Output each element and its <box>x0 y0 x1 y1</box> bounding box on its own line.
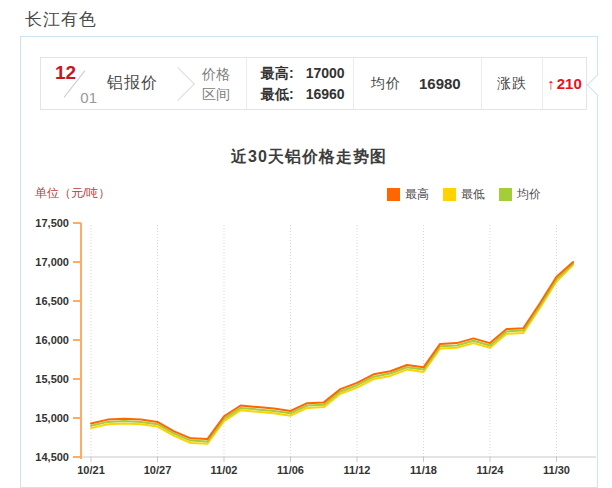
price-range-line1: 价格 <box>202 64 230 84</box>
low-row: 最低: 16960 <box>261 84 345 105</box>
y-axis-label: 17,500 <box>35 217 69 229</box>
series-line-high <box>91 262 573 439</box>
price-chart-svg: 10/2110/2711/0211/0611/1211/1811/2411/30… <box>21 213 598 488</box>
legend-label-low: 最低 <box>461 186 485 203</box>
legend-swatch-low <box>443 188 456 201</box>
x-axis-label: 11/02 <box>211 464 238 476</box>
quote-panel: 12 01 铝报价 价格 区间 最高: 17000 最低: 16960 均价 1… <box>20 36 598 488</box>
x-axis-label: 11/18 <box>410 464 437 476</box>
x-axis-label: 10/27 <box>144 464 172 476</box>
date-badge: 12 01 <box>55 64 97 104</box>
low-label: 最低: <box>261 84 294 105</box>
product-name: 铝报价 <box>107 73 158 94</box>
x-axis-label: 11/30 <box>543 464 570 476</box>
x-axis-label: 11/06 <box>277 464 304 476</box>
avg-value: 16980 <box>419 75 461 92</box>
legend-label-high: 最高 <box>405 186 429 203</box>
legend-swatch-avg <box>499 188 512 201</box>
price-range-line2: 区间 <box>202 84 230 104</box>
change-label: 涨跌 <box>497 75 527 93</box>
date-day: 01 <box>80 89 97 106</box>
high-label: 最高: <box>261 63 294 84</box>
change-value: 210 <box>557 75 582 92</box>
legend-item-avg: 均价 <box>499 186 541 203</box>
y-axis-unit-label: 单位（元/吨） <box>35 185 110 202</box>
y-axis-label: 17,000 <box>35 256 69 268</box>
y-axis-label: 14,500 <box>35 451 69 463</box>
quote-bar[interactable]: 12 01 铝报价 价格 区间 最高: 17000 最低: 16960 均价 1… <box>40 57 587 110</box>
legend-item-low: 最低 <box>443 186 485 203</box>
legend: 最高最低均价 <box>387 186 541 203</box>
change-value-cell: ↑ 210 <box>542 58 586 109</box>
x-axis-label: 11/24 <box>477 464 505 476</box>
series-line-low <box>91 265 573 444</box>
avg-label: 均价 <box>371 75 401 93</box>
series-line-avg <box>91 264 573 442</box>
low-value: 16960 <box>306 84 345 105</box>
change-label-cell: 涨跌 <box>481 58 542 109</box>
y-axis-label: 15,500 <box>35 373 69 385</box>
date-month: 12 <box>55 62 76 84</box>
avg-cell: 均价 16980 <box>353 58 481 109</box>
quote-cell-product: 12 01 铝报价 <box>41 58 186 109</box>
high-row: 最高: 17000 <box>261 63 345 84</box>
x-axis-label: 11/12 <box>344 464 371 476</box>
high-value: 17000 <box>306 63 345 84</box>
high-low-cell: 最高: 17000 最低: 16960 <box>246 58 353 109</box>
y-axis-label: 16,500 <box>35 295 69 307</box>
y-axis-label: 15,000 <box>35 412 69 424</box>
y-axis-label: 16,000 <box>35 334 69 346</box>
selected-pointer-notch <box>587 74 610 97</box>
legend-item-high: 最高 <box>387 186 429 203</box>
x-axis-label: 10/21 <box>77 464 105 476</box>
legend-swatch-high <box>387 188 400 201</box>
chart-title: 近30天铝价格走势图 <box>21 147 597 168</box>
up-arrow-icon: ↑ <box>547 75 555 92</box>
page-title: 长江有色 <box>25 8 97 31</box>
legend-label-avg: 均价 <box>517 186 541 203</box>
